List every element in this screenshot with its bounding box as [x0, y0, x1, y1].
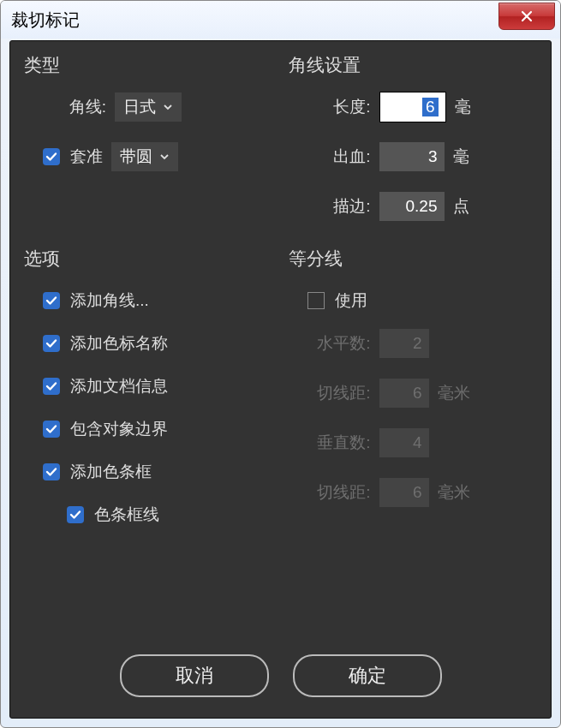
option-color-bar-line[interactable]: 色条框线 — [67, 493, 273, 536]
group-divide: 等分线 使用 水平数: 2 切线距: 6 — [289, 247, 538, 536]
corner-style-value: 日式 — [123, 96, 156, 118]
checkbox[interactable] — [43, 335, 60, 352]
field-registration: 套准 带圆 — [43, 135, 273, 178]
registration-label: 套准 — [70, 146, 103, 168]
field-hcut: 切线距: 6 毫米 — [307, 372, 538, 415]
checkbox[interactable] — [43, 378, 60, 395]
check-icon — [45, 295, 57, 307]
group-corner-settings: 角线设置 长度: 6 毫 出血: 3 毫 — [289, 53, 538, 235]
cancel-button[interactable]: 取消 — [120, 654, 269, 697]
stroke-value: 0.25 — [406, 197, 438, 216]
field-vcut: 切线距: 6 毫米 — [307, 471, 538, 514]
check-icon — [45, 151, 57, 163]
button-bar: 取消 确定 — [10, 654, 551, 697]
checkbox[interactable] — [43, 421, 60, 438]
bleed-label: 出血: — [307, 146, 371, 168]
length-label: 长度: — [307, 96, 371, 118]
group-title-corner: 角线设置 — [289, 53, 538, 77]
chevron-down-icon — [163, 98, 173, 116]
check-icon — [45, 380, 57, 392]
option-label: 添加色标名称 — [70, 332, 168, 355]
option-label: 添加文档信息 — [70, 375, 168, 397]
chevron-down-icon — [159, 147, 170, 166]
vcut-label: 切线距: — [307, 481, 371, 504]
stroke-label: 描边: — [307, 195, 371, 218]
bleed-unit: 毫 — [453, 146, 469, 168]
check-icon — [45, 423, 57, 435]
vcount-value: 4 — [413, 433, 422, 452]
option-add-swatch-name[interactable]: 添加色标名称 — [43, 322, 273, 365]
hcut-input: 6 — [379, 379, 429, 408]
checkbox-unchecked[interactable] — [307, 292, 325, 309]
check-icon — [69, 509, 81, 521]
option-add-doc-info[interactable]: 添加文档信息 — [43, 365, 273, 408]
vcount-input: 4 — [379, 428, 429, 457]
field-hcount: 水平数: 2 — [307, 322, 538, 365]
ok-button[interactable]: 确定 — [293, 654, 442, 697]
hcut-unit: 毫米 — [438, 382, 470, 404]
divide-use[interactable]: 使用 — [307, 279, 538, 322]
checkbox[interactable] — [43, 292, 60, 309]
dialog-body: 类型 角线: 日式 — [9, 40, 552, 719]
group-type: 类型 角线: 日式 — [24, 53, 273, 235]
field-corner-style: 角线: 日式 — [43, 86, 273, 128]
group-options: 选项 添加角线... 添加色标名称 — [24, 247, 273, 536]
corner-style-label: 角线: — [43, 96, 106, 118]
checkbox[interactable] — [67, 506, 84, 523]
vcut-unit: 毫米 — [438, 481, 470, 504]
bleed-input[interactable]: 3 — [379, 142, 445, 171]
field-bleed: 出血: 3 毫 — [307, 135, 538, 178]
hcount-value: 2 — [413, 334, 422, 353]
group-title-options: 选项 — [24, 247, 273, 271]
window-title: 裁切标记 — [11, 9, 80, 32]
group-title-type: 类型 — [24, 53, 273, 77]
hcount-input: 2 — [379, 329, 429, 358]
length-value: 6 — [422, 98, 439, 116]
registration-value: 带圆 — [120, 146, 152, 168]
cancel-label: 取消 — [176, 663, 213, 689]
length-unit: 毫 — [455, 96, 471, 118]
stroke-input[interactable]: 0.25 — [379, 192, 445, 221]
dialog-window: 裁切标记 类型 角线: 日式 — [0, 0, 561, 728]
option-label: 色条框线 — [94, 504, 159, 526]
corner-style-select[interactable]: 日式 — [115, 92, 182, 122]
option-label: 添加色条框 — [70, 461, 152, 483]
option-add-color-bar[interactable]: 添加色条框 — [43, 451, 273, 493]
vcut-input: 6 — [379, 478, 429, 507]
title-bar: 裁切标记 — [1, 1, 560, 39]
group-title-divide: 等分线 — [289, 247, 538, 271]
check-icon — [45, 337, 57, 349]
vcut-value: 6 — [413, 483, 422, 502]
option-add-corner[interactable]: 添加角线... — [43, 279, 273, 322]
hcut-value: 6 — [413, 384, 422, 403]
registration-select[interactable]: 带圆 — [111, 142, 178, 171]
ok-label: 确定 — [349, 663, 386, 689]
vcount-label: 垂直数: — [307, 432, 371, 454]
stroke-unit: 点 — [453, 195, 469, 218]
option-include-bounds[interactable]: 包含对象边界 — [43, 408, 273, 451]
check-icon — [45, 466, 57, 478]
close-button[interactable] — [498, 3, 555, 30]
checkbox[interactable] — [43, 463, 60, 480]
hcut-label: 切线距: — [307, 382, 371, 404]
field-length: 长度: 6 毫 — [307, 86, 538, 128]
field-stroke: 描边: 0.25 点 — [307, 185, 538, 228]
divide-use-label: 使用 — [335, 289, 367, 312]
hcount-label: 水平数: — [307, 332, 371, 355]
bleed-value: 3 — [428, 147, 438, 166]
option-label: 添加角线... — [70, 289, 149, 312]
field-vcount: 垂直数: 4 — [307, 421, 538, 464]
length-input[interactable]: 6 — [379, 92, 446, 122]
close-icon — [520, 9, 534, 23]
registration-checkbox[interactable] — [43, 148, 60, 165]
option-label: 包含对象边界 — [70, 418, 168, 440]
